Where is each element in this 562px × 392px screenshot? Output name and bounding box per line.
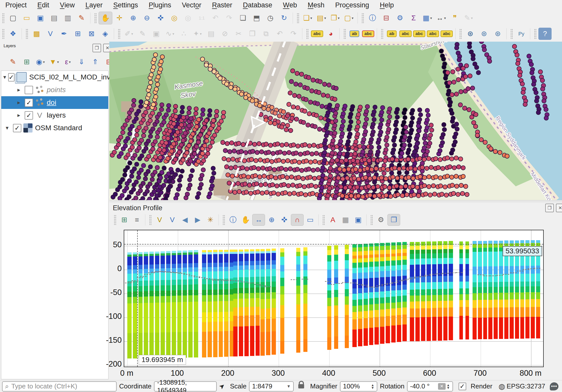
expander-icon[interactable]: ▸ (15, 87, 23, 93)
messages-icon[interactable]: ••• (550, 382, 558, 390)
magnifier-spin[interactable]: 100%▲▼ (340, 381, 377, 391)
metasearch-icon[interactable]: ⊛ (464, 28, 477, 40)
visibility-checkbox[interactable] (25, 86, 33, 94)
layer-diagram-options-icon[interactable]: ◕ (324, 28, 337, 40)
layer-item-points[interactable]: ▸points (1, 84, 108, 96)
show-hide-labels-button[interactable]: abc (399, 28, 412, 40)
show-layer-tree-icon[interactable]: ≡ (131, 214, 143, 225)
lock-scale-icon[interactable] (298, 384, 304, 388)
layer-item-layers[interactable]: ▸✓Vlayers (1, 109, 108, 122)
zoom-icon[interactable]: ⊕ (266, 214, 278, 225)
add-layers-icon[interactable]: ⊞ (118, 214, 130, 225)
open-data-source-manager-icon[interactable]: ❖ (6, 28, 20, 40)
clear-icon[interactable]: ✳ (204, 214, 216, 225)
manage-map-themes-icon[interactable]: ◉▾ (34, 56, 46, 68)
search-catalog-icon[interactable]: ⊛ (491, 28, 504, 40)
expand-all-icon[interactable]: ⇓ (75, 56, 88, 68)
new-print-layout-icon[interactable]: ▤ (48, 12, 61, 24)
rotation-spin[interactable]: -40.0 ° ✕ ▲▼ (407, 381, 453, 391)
filter-legend-icon[interactable]: ▼▾ (48, 56, 60, 68)
expander-icon[interactable]: ▸ (15, 99, 23, 106)
zoom-to-layer-icon[interactable]: ◎ (168, 12, 181, 24)
refresh-icon[interactable]: ↻ (277, 12, 291, 24)
menu-help[interactable]: Help (374, 0, 399, 10)
crs-status[interactable]: EPSG:32737 (507, 382, 545, 390)
open-layer-styling-icon[interactable]: ✎ (7, 56, 19, 68)
close-panel-button[interactable]: ✕ (556, 204, 562, 212)
open-attribute-table-icon[interactable]: ▦▾ (421, 12, 434, 24)
pan-to-selection-icon[interactable]: ✛ (113, 12, 126, 24)
visibility-checkbox[interactable]: ✓ (25, 99, 33, 107)
menu-edit[interactable]: Edit (32, 0, 55, 10)
menu-database[interactable]: Database (238, 0, 278, 10)
new-3d-map-view-icon[interactable]: ⬒ (250, 12, 263, 24)
statistical-summary-icon[interactable]: ⊟ (380, 12, 393, 24)
spinner-arrows[interactable]: ▲▼ (371, 384, 374, 389)
extents-pointer-icon[interactable]: ➤ (217, 382, 227, 391)
profile-chart[interactable]: 19.693945 m53.995033 (124, 230, 544, 367)
zoom-full-extent-icon[interactable]: ✜ (154, 12, 167, 24)
python-console-icon[interactable]: Py (515, 28, 528, 40)
identify-features-icon[interactable]: ⓘ (227, 214, 239, 225)
new-project-icon[interactable]: ▢ (6, 12, 20, 24)
export-results-icon[interactable]: ▣ (352, 214, 364, 225)
pin-label-button[interactable]: ab (385, 28, 398, 40)
menu-plugins[interactable]: Plugins (143, 0, 177, 10)
float-panel-button[interactable]: ❐ (92, 44, 101, 52)
select-by-freehand-icon[interactable]: ❒▾ (329, 12, 342, 24)
spinner-arrows[interactable]: ▲▼ (447, 384, 450, 389)
zoom-x-axis-icon[interactable]: ↔ (252, 214, 265, 226)
new-map-view-icon[interactable]: ❏ (236, 12, 249, 24)
new-geopackage-layer-icon[interactable]: ▩ (30, 28, 43, 40)
coordinate-value[interactable]: -1308915, 16549349 (154, 381, 217, 391)
change-label-button[interactable]: abc (440, 28, 453, 40)
capture-curve-from-feature-icon[interactable]: V (166, 214, 178, 225)
deselect-features-icon[interactable]: ▢▾ (342, 12, 355, 24)
layer-item-sci5-i02-m-l-mod-inv[interactable]: ▾✓SCI5_I02_M_L_MOD_inv (1, 71, 108, 84)
show-sum-features-icon[interactable]: Σ (407, 12, 420, 24)
nudge-left-icon[interactable]: ◀ (179, 214, 191, 225)
menu-processing[interactable]: Processing (330, 0, 374, 10)
zoom-full-icon[interactable]: ✜ (278, 214, 290, 225)
identify-features-icon[interactable]: ⓘ (366, 12, 379, 24)
menu-settings[interactable]: Settings (108, 0, 144, 10)
expander-icon[interactable]: ▾ (3, 125, 11, 131)
show-layout-manager-icon[interactable]: ▥ (61, 12, 74, 24)
select-by-form-icon[interactable]: ▤▾ (315, 12, 328, 24)
new-mesh-layer-icon[interactable]: ⊠ (85, 28, 98, 40)
highlight-pinned-labels-button[interactable]: abc (362, 28, 375, 40)
expander-icon[interactable]: ▾ (3, 74, 6, 80)
nudge-right-icon[interactable]: ▶ (192, 214, 204, 225)
filter-by-expression-icon[interactable]: ε▾ (62, 56, 74, 68)
scale-combo[interactable]: 1:8479▼ (249, 381, 294, 391)
export-as-pdf-icon[interactable]: A (327, 214, 339, 225)
select-features-icon[interactable]: ❑▾ (301, 12, 314, 24)
help-contents-icon[interactable]: ? (538, 28, 552, 40)
zoom-in-icon[interactable]: ⊕ (127, 12, 140, 24)
new-virtual-layer-icon[interactable]: ◈ (99, 28, 112, 40)
pan-icon[interactable]: ✋ (240, 214, 252, 225)
locate-input[interactable]: ⌕ Type to locate (Ctrl+K) (2, 381, 117, 391)
processing-toolbox-icon[interactable]: ⚙ (393, 12, 407, 24)
style-manager-icon[interactable]: ✎ (75, 12, 88, 24)
temporal-controller-icon[interactable]: ◷ (264, 12, 277, 24)
measure-line-icon[interactable]: ↔▾ (434, 12, 448, 24)
map-canvas[interactable]: KasmoseSkovRølle NyhaveStaurshovedRegion… (109, 42, 562, 200)
capture-curve-icon[interactable]: V (153, 214, 166, 225)
menu-mesh[interactable]: Mesh (302, 0, 330, 10)
pan-map-icon[interactable]: ✋ (99, 12, 112, 24)
new-shapefile-layer-icon[interactable]: V (44, 28, 57, 40)
clear-rotation-icon[interactable]: ✕ (438, 383, 446, 390)
menu-raster[interactable]: Raster (207, 0, 238, 10)
float-panel-button[interactable]: ❐ (545, 204, 554, 212)
profile-options-icon[interactable]: ⚙ (375, 214, 387, 225)
new-temporary-scratch-layer-icon[interactable]: ⊞ (71, 28, 84, 40)
zoom-out-icon[interactable]: ⊖ (140, 12, 153, 24)
export-as-image-icon[interactable]: ▦ (339, 214, 352, 225)
menu-view[interactable]: View (55, 0, 80, 10)
expander-icon[interactable]: ▸ (15, 112, 23, 119)
move-label-button[interactable]: abc (413, 28, 426, 40)
rotate-label-button[interactable]: abc (426, 28, 440, 40)
map-tips-icon[interactable]: ❞ (448, 12, 461, 24)
layer-item-osm-standard[interactable]: ▾✓OSM Standard (1, 122, 108, 134)
